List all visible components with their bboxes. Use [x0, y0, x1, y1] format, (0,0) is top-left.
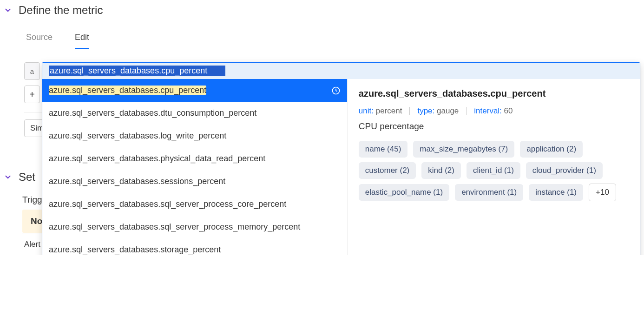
list-item-label: azure.sql_servers_databases.log_write_pe…: [49, 131, 226, 141]
list-item-label: azure.sql_servers_databases.sql_server_p…: [49, 199, 286, 209]
tab-source[interactable]: Source: [26, 28, 53, 49]
query-letter-a[interactable]: a: [24, 62, 40, 80]
detail-metric-name: azure.sql_servers_databases.cpu_percent: [359, 88, 629, 99]
query-row: a azure.sql_servers_databases.cpu_percen…: [24, 62, 640, 80]
chevron-down-icon: [4, 173, 12, 181]
section-title: Define the metric: [19, 4, 103, 17]
list-item-label: azure.sql_servers_databases.sql_server_p…: [49, 222, 300, 232]
section-define-metric-header[interactable]: Define the metric: [4, 4, 640, 17]
separator: [466, 107, 467, 115]
tab-edit[interactable]: Edit: [75, 28, 89, 49]
separator: [409, 107, 410, 115]
metric-detail-panel: azure.sql_servers_databases.cpu_percent …: [347, 79, 640, 255]
list-item-label: azure.sql_servers_databases.storage_perc…: [49, 245, 221, 255]
tag-pill[interactable]: client_id (1): [467, 162, 520, 179]
list-item[interactable]: azure.sql_servers_databases.sessions_per…: [42, 170, 347, 193]
meta-interval-value: 60: [504, 106, 513, 115]
meta-interval-label: interval:: [474, 106, 502, 115]
list-item-label: azure.sql_servers_databases.cpu_percent: [49, 86, 206, 95]
tag-pill[interactable]: instance (1): [529, 184, 583, 201]
list-item[interactable]: azure.sql_servers_databases.sql_server_p…: [42, 216, 347, 238]
list-item[interactable]: azure.sql_servers_databases.physical_dat…: [42, 147, 347, 170]
tabs: Source Edit: [26, 28, 637, 49]
list-item[interactable]: azure.sql_servers_databases.sql_server_p…: [42, 193, 347, 216]
detail-meta-row: unit: percent type: gauge interval: 60: [359, 106, 629, 116]
list-item-label: azure.sql_servers_databases.physical_dat…: [49, 154, 265, 164]
clock-icon: [331, 86, 341, 95]
tag-pill[interactable]: customer (2): [359, 162, 416, 179]
more-tags-button[interactable]: +10: [589, 184, 616, 201]
meta-type-value: gauge: [437, 106, 459, 115]
tag-pill[interactable]: application (2): [520, 141, 583, 158]
metric-dropdown: azure.sql_servers_databases.cpu_percent …: [42, 62, 640, 255]
tag-pill[interactable]: name (45): [359, 141, 407, 158]
tag-pill[interactable]: cloud_provider (1): [526, 162, 603, 179]
tags-area: name (45) max_size_megabytes (7) applica…: [359, 141, 629, 201]
list-item[interactable]: azure.sql_servers_databases.cpu_percent: [42, 79, 347, 102]
list-item[interactable]: azure.sql_servers_databases.dtu_consumpt…: [42, 102, 347, 125]
metric-search-input[interactable]: [49, 66, 225, 76]
list-item[interactable]: azure.sql_servers_databases.log_write_pe…: [42, 125, 347, 147]
section-title: Set: [19, 171, 35, 184]
list-item-label: azure.sql_servers_databases.sessions_per…: [49, 177, 225, 186]
meta-type-label: type:: [417, 106, 434, 115]
meta-unit-value: percent: [376, 106, 402, 115]
tag-pill[interactable]: kind (2): [421, 162, 461, 179]
list-item[interactable]: azure.sql_servers_databases.storage_perc…: [42, 238, 347, 255]
tag-pill[interactable]: elastic_pool_name (1): [359, 184, 449, 201]
metric-list[interactable]: azure.sql_servers_databases.cpu_percent …: [42, 79, 347, 255]
metric-search-bar[interactable]: [42, 63, 640, 79]
meta-unit-label: unit:: [359, 106, 374, 115]
list-item-label: azure.sql_servers_databases.dtu_consumpt…: [49, 108, 256, 118]
warning-text: No: [31, 216, 42, 226]
tag-pill[interactable]: environment (1): [455, 184, 523, 201]
chevron-down-icon: [4, 6, 12, 14]
metric-description: CPU percentage: [359, 121, 629, 132]
add-query-button[interactable]: +: [24, 86, 40, 103]
tag-pill[interactable]: max_size_megabytes (7): [413, 141, 514, 158]
